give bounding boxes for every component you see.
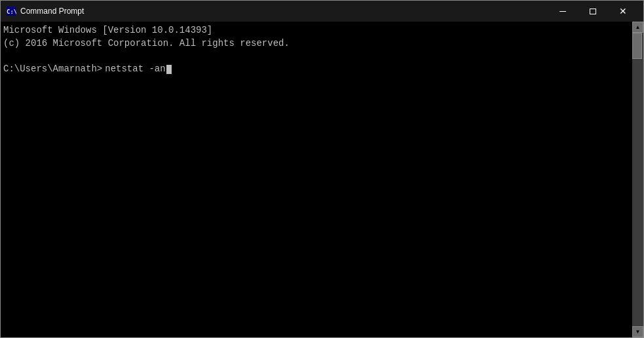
close-icon: ✕ [619, 7, 627, 16]
prompt-line: C:\Users\Amarnath> netstat -an [3, 63, 630, 76]
command-text: netstat -an [105, 63, 165, 76]
minimize-icon [559, 11, 566, 12]
console-content[interactable]: Microsoft Windows [Version 10.0.14393] (… [1, 22, 632, 337]
maximize-button[interactable] [578, 1, 608, 22]
title-bar-text: Command Prompt [20, 7, 548, 16]
scrollbar-track[interactable] [632, 33, 643, 326]
title-bar: C:\ Command Prompt ✕ [1, 1, 643, 22]
scrollbar-down-button[interactable]: ▼ [632, 326, 643, 337]
console-line-1: Microsoft Windows [Version 10.0.14393] [3, 24, 630, 37]
cursor [166, 65, 172, 74]
console-line-3 [3, 50, 630, 63]
cmd-icon: C:\ [6, 6, 16, 16]
svg-text:C:\: C:\ [7, 9, 16, 15]
minimize-button[interactable] [548, 1, 578, 22]
console-line-2: (c) 2016 Microsoft Corporation. All righ… [3, 37, 630, 50]
close-button[interactable]: ✕ [608, 1, 638, 22]
scrollbar-thumb[interactable] [632, 33, 642, 59]
maximize-icon [590, 9, 596, 14]
prompt-text: C:\Users\Amarnath> [3, 63, 102, 76]
scrollbar[interactable]: ▲ ▼ [632, 22, 643, 337]
scrollbar-up-button[interactable]: ▲ [632, 22, 643, 33]
window: C:\ Command Prompt ✕ Microsoft Windows [… [0, 0, 644, 338]
console-area[interactable]: Microsoft Windows [Version 10.0.14393] (… [1, 22, 643, 337]
title-bar-controls: ✕ [548, 1, 638, 22]
